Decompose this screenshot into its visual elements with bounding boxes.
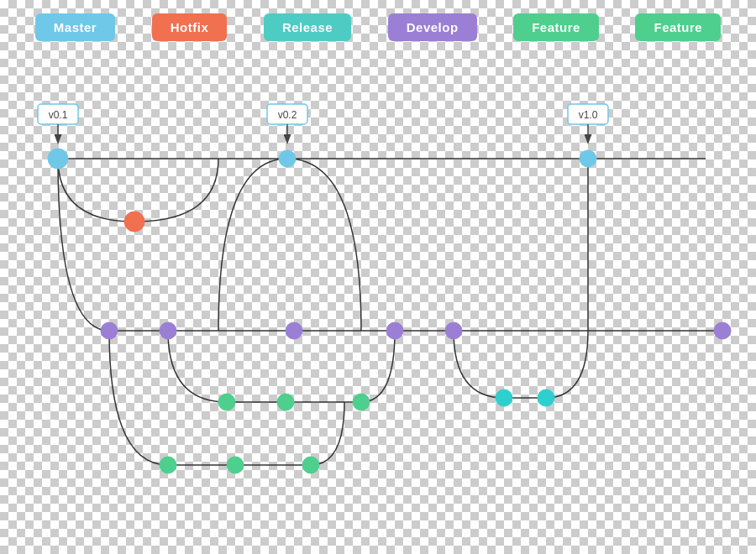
svg-point-21 bbox=[538, 389, 554, 406]
svg-point-19 bbox=[714, 322, 731, 339]
svg-point-15 bbox=[160, 322, 176, 339]
tag-feature1: Feature bbox=[513, 13, 599, 41]
tag-release: Release bbox=[264, 13, 351, 41]
tag-hotfix: Hotfix bbox=[152, 13, 228, 41]
svg-point-20 bbox=[496, 389, 512, 406]
tag-feature2: Feature bbox=[635, 13, 721, 41]
tag-develop: Develop bbox=[388, 13, 477, 41]
svg-point-16 bbox=[286, 322, 302, 339]
svg-point-26 bbox=[227, 457, 244, 473]
legend-bar: Master Hotfix Release Develop Feature Fe… bbox=[0, 0, 756, 54]
svg-point-18 bbox=[445, 322, 462, 339]
svg-point-24 bbox=[353, 394, 370, 410]
svg-point-25 bbox=[160, 457, 176, 473]
svg-text:v1.0: v1.0 bbox=[579, 109, 598, 121]
svg-point-17 bbox=[386, 322, 403, 339]
svg-text:v0.2: v0.2 bbox=[278, 109, 297, 121]
svg-point-22 bbox=[218, 394, 235, 410]
svg-point-27 bbox=[302, 457, 319, 473]
svg-text:v0.1: v0.1 bbox=[49, 109, 68, 121]
svg-point-12 bbox=[580, 150, 596, 167]
svg-point-13 bbox=[124, 212, 144, 232]
svg-point-23 bbox=[277, 394, 294, 410]
svg-point-14 bbox=[101, 322, 118, 339]
svg-point-10 bbox=[48, 149, 68, 169]
tag-master: Master bbox=[35, 13, 115, 41]
svg-point-11 bbox=[279, 150, 296, 167]
git-diagram: v0.1 v0.2 v1.0 bbox=[0, 54, 756, 554]
